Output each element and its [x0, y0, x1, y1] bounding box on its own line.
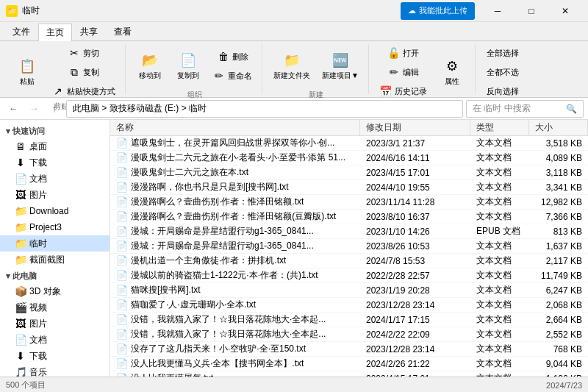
file-name: 猫咖爱了·人·虚元珊瑚小·全本.txt — [131, 299, 256, 311]
tab-home[interactable]: 主页 — [38, 24, 72, 41]
table-row[interactable]: 📄 没人比我更懂屠气.txt 2023/4/15 17:01 文本文档 1,19… — [110, 371, 588, 377]
select-all-button[interactable]: 全部选择 — [481, 44, 524, 62]
table-row[interactable]: 📄 漫漫路啊，你也书只是只是到[搜书网].txt 2024/4/10 19:55… — [110, 180, 588, 195]
search-box[interactable]: 在 临时 中搜索 🔍 — [466, 100, 584, 118]
table-row[interactable]: 📄 没错，我就猫入家了！☆我日落花陈地大·全本起... 2024/2/22 22… — [110, 327, 588, 342]
col-header-type[interactable]: 类型 — [470, 120, 529, 135]
sidebar-item-videos[interactable]: 🎬 视频 — [0, 299, 110, 316]
sidebar-label-screenshots: 截面截图 — [29, 254, 65, 266]
new-item-icon: 🆕 — [331, 51, 349, 69]
copy-button[interactable]: ⧉ 复制 — [47, 63, 121, 81]
sidebar-item-3dobjects[interactable]: 📦 3D 对象 — [0, 283, 110, 299]
table-row[interactable]: 📄 漫吸鬼剑士二六元之旅在小·老看头·小·至爱书·添第 51... 2024/6… — [110, 151, 588, 165]
invert-select-button[interactable]: 反向选择 — [481, 82, 524, 100]
minimize-button[interactable]: ─ — [481, 0, 514, 22]
sidebar-item-pictures2[interactable]: 🖼 图片 — [0, 316, 110, 332]
download2-icon: 📁 — [15, 205, 26, 217]
tab-view[interactable]: 查看 — [106, 23, 140, 40]
file-date: 2023/4/15 17:01 — [360, 165, 470, 179]
sidebar-item-pictures[interactable]: 🖼 图片 — [0, 187, 110, 203]
history-button[interactable]: 📅 历史记录 — [375, 82, 432, 100]
properties-label: 属性 — [445, 76, 459, 87]
rename-icon: ✏ — [213, 70, 225, 82]
paste-shortcut-button[interactable]: ↗ 粘贴快捷方式 — [47, 82, 121, 100]
sidebar-item-downloads[interactable]: ⬇ 下载 — [0, 154, 110, 171]
sidebar-item-documents[interactable]: 📄 文档 — [0, 171, 110, 187]
sidebar-item-dl2[interactable]: ⬇ 下载 — [0, 348, 110, 364]
file-date: 2023/1/19 20:28 — [360, 283, 470, 297]
sidebar-item-desktop[interactable]: 🖥 桌面 — [0, 138, 110, 154]
file-icon: 📄 — [116, 373, 128, 377]
select-none-label: 全都不选 — [487, 67, 519, 78]
delete-button[interactable]: 🗑 删除 — [208, 48, 257, 65]
file-size: 6,247 KB — [529, 283, 588, 297]
move-to-button[interactable]: 📂 移动到 — [132, 44, 168, 88]
table-row[interactable]: 📄 漫机出道一个主角傲徒·作者：拼排机.txt 2024/7/8 15:53 文… — [110, 254, 588, 268]
cloud-upload-button[interactable]: ☁ 我能批此上传 — [401, 2, 475, 20]
col-date-label: 修改日期 — [366, 121, 401, 134]
tab-share[interactable]: 共享 — [72, 23, 106, 40]
clipboard-items: 📋 粘贴 ✂ 剪切 ⧉ 复制 ↗ 粘贴快捷方式 — [9, 44, 121, 100]
table-row[interactable]: 📄 漫城：开局赐命是异星结盟行动g1-365_0841... 2023/1/10… — [110, 224, 588, 239]
addressbar: ← → ↑ 此电脑 > 致技移动磁盘 (E:) > 临时 在 临时 中搜索 🔍 — [0, 98, 588, 120]
table-row[interactable]: 📄 猫咪搜[搜书网].txt 2023/1/19 20:28 文本文档 6,24… — [110, 283, 588, 298]
sidebar-item-temp[interactable]: 📁 临时 — [0, 235, 110, 252]
edit-button[interactable]: ✏ 编辑 — [375, 63, 432, 81]
sidebar-label-pictures: 图片 — [29, 189, 47, 202]
properties-button[interactable]: ⚙ 属性 — [434, 50, 470, 94]
table-row[interactable]: 📄 漫吸鬼剑士二六元之旅在本.txt 2023/4/15 17:01 文本文档 … — [110, 165, 588, 180]
sidebar-item-download2[interactable]: 📁 Download — [0, 203, 110, 219]
back-button[interactable]: ← — [4, 100, 22, 118]
col-header-name[interactable]: 名称 — [110, 120, 360, 135]
sidebar-label-docs2: 文档 — [29, 334, 47, 346]
open-button[interactable]: 🔓 打开 — [375, 44, 432, 62]
address-path[interactable]: 此电脑 > 致技移动磁盘 (E:) > 临时 — [66, 100, 463, 118]
file-list: 📄 遮吸鬼剑士，在灵开篇风回归战世界探双等你小·创... 2023/3/1 21… — [110, 136, 588, 377]
col-name-label: 名称 — [116, 121, 134, 134]
table-row[interactable]: 📄 漫城以前的骑盗猫士1-1222元·本·作者：(共)1.txt 2022/2/… — [110, 268, 588, 283]
sidebar-item-screenshots[interactable]: 📁 截面截图 — [0, 252, 110, 268]
file-icon: 📄 — [116, 167, 128, 179]
file-name: 没人比我更懂屠气.txt — [131, 372, 213, 377]
file-type: EPUB 文档 — [470, 224, 529, 238]
table-row[interactable]: 📄 漫漫路啊么？壹曲伤别·作者：惟泽田铭额(豆瓣版).txt 2023/8/10… — [110, 210, 588, 224]
table-row[interactable]: 📄 没人比我更懂马义兵·全本【搜书网全本】.txt 2024/2/26 21:2… — [110, 357, 588, 371]
col-header-date[interactable]: 修改日期 — [360, 120, 470, 135]
table-row[interactable]: 📄 漫漫路啊么？壹曲伤别·作者：惟泽田铭额.txt 2023/11/14 11:… — [110, 195, 588, 210]
file-name: 没错，我就猫入家了！☆我日落花陈地大·全本起... — [131, 328, 326, 341]
edit-label: 编辑 — [403, 67, 419, 78]
close-button[interactable]: ✕ — [548, 0, 582, 22]
cut-button[interactable]: ✂ 剪切 — [47, 44, 121, 62]
table-row[interactable]: 📄 没错，我就猫入家了！☆我日落花陈地大·全本起... 2024/1/17 17… — [110, 313, 588, 327]
select-none-button[interactable]: 全都不选 — [481, 63, 524, 81]
file-name: 猫咪搜[搜书网].txt — [131, 284, 201, 296]
address-text: 此电脑 > 致技移动磁盘 (E:) > 临时 — [73, 102, 207, 115]
new-folder-button[interactable]: 📁 新建文件夹 — [268, 44, 315, 88]
rename-button[interactable]: ✏ 重命名 — [208, 67, 257, 85]
sidebar-section-thispc[interactable]: ▾ 此电脑 — [0, 268, 110, 283]
paste-button[interactable]: 📋 粘贴 — [9, 50, 46, 94]
forward-button[interactable]: → — [25, 100, 43, 118]
maximize-button[interactable]: □ — [514, 0, 548, 22]
table-row[interactable]: 📄 遮吸鬼剑士，在灵开篇风回归战世界探双等你小·创... 2023/3/1 21… — [110, 136, 588, 151]
new-items: 📁 新建文件夹 🆕 新建项目▼ — [268, 44, 364, 88]
file-size: 768 KB — [529, 342, 588, 356]
sidebar-item-project3[interactable]: 📁 Project3 — [0, 219, 110, 235]
sidebar-label-dl2: 下载 — [29, 350, 47, 363]
file-icon: 📄 — [116, 138, 128, 149]
up-button[interactable]: ↑ — [46, 100, 63, 118]
table-row[interactable]: 📄 猫咖爱了·人·虚元珊瑚小·全本.txt 2023/12/28 23:14 文… — [110, 298, 588, 313]
file-name: 漫漫路啊么？壹曲伤别·作者：惟泽田铭额.txt — [131, 196, 304, 208]
table-row[interactable]: 📄 没存了了这几指天来！小·空牧驴·全·至150.txt 2023/12/28 … — [110, 342, 588, 357]
sidebar-item-music[interactable]: 🎵 音乐 — [0, 364, 110, 377]
sidebar-item-docs2[interactable]: 📄 文档 — [0, 332, 110, 348]
copy-to-button[interactable]: 📄 复制到 — [170, 44, 207, 88]
new-item-button[interactable]: 🆕 新建项目▼ — [317, 44, 364, 88]
paste-shortcut-icon: ↗ — [52, 85, 64, 97]
file-name: 漫城以前的骑盗猫士1-1222元·本·作者：(共)1.txt — [131, 269, 318, 282]
history-icon: 📅 — [380, 85, 392, 97]
table-row[interactable]: 📄 漫城：开局赐命是异星结盟行动g1-365_0841... 2023/8/26… — [110, 239, 588, 254]
tab-file[interactable]: 文件 — [4, 23, 38, 40]
col-header-size[interactable]: 大小 — [529, 120, 588, 135]
sidebar-section-quickaccess[interactable]: ▾ 快速访问 — [0, 123, 110, 138]
